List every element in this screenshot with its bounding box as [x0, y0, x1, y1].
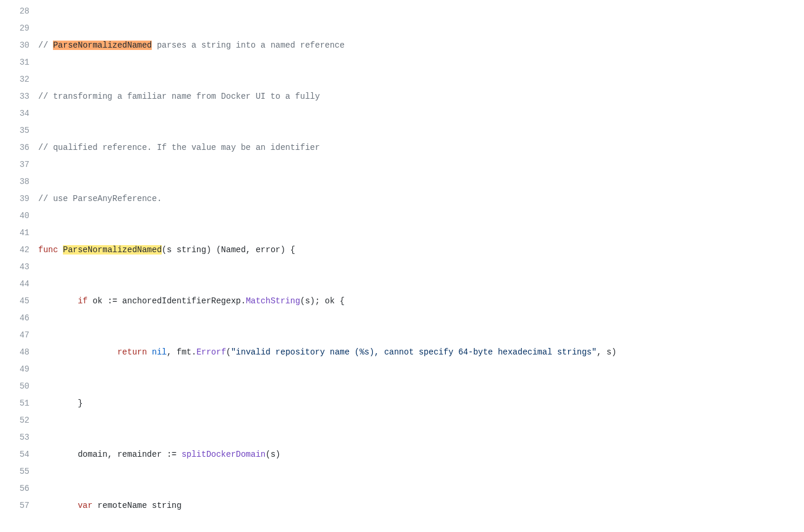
code-line: if ok := anchoredIdentifierRegexp.MatchS…: [38, 293, 804, 310]
comment-text: // transforming a familiar name from Doc…: [38, 92, 320, 101]
indent: [38, 347, 117, 357]
keyword: return: [117, 347, 146, 357]
line-number[interactable]: 46: [0, 310, 29, 327]
space: [58, 245, 63, 255]
code-line: domain, remainder := splitDockerDomain(s…: [38, 446, 804, 463]
code-text: (s): [265, 450, 280, 459]
highlight-yellow-funcname: ParseNormalizedNamed: [63, 245, 162, 255]
function-call: Errorf: [196, 347, 226, 357]
line-number[interactable]: 45: [0, 293, 29, 310]
code-line: // ParseNormalizedNamed parses a string …: [38, 37, 804, 54]
code-text: (s); ok {: [300, 296, 345, 306]
code-line: // use ParseAnyReference.: [38, 190, 804, 208]
line-number[interactable]: 54: [0, 446, 29, 463]
code-text: }: [78, 399, 82, 408]
function-call: MatchString: [246, 296, 300, 306]
code-text: (s string) (Named, error) {: [162, 245, 295, 255]
indent: [38, 399, 78, 408]
line-gutter: 28 29 30 31 32 33 34 35 36 37 38 39 40 4…: [0, 3, 38, 532]
line-number[interactable]: 57: [0, 497, 29, 514]
line-number[interactable]: 29: [0, 20, 29, 37]
code-text: ok := anchoredIdentifierRegexp.: [88, 296, 246, 306]
line-number[interactable]: 49: [0, 361, 29, 378]
line-number[interactable]: 55: [0, 463, 29, 480]
line-number[interactable]: 50: [0, 378, 29, 395]
nil-literal: nil: [152, 347, 166, 357]
line-number[interactable]: 33: [0, 88, 29, 105]
keyword: func: [38, 245, 58, 255]
comment-text: //: [38, 41, 53, 50]
code-text: remoteName string: [92, 501, 181, 510]
line-number[interactable]: 48: [0, 344, 29, 361]
keyword: var: [78, 501, 92, 510]
comment-text: // use ParseAnyReference.: [38, 194, 162, 203]
line-number[interactable]: 42: [0, 242, 29, 259]
code-text: , s): [596, 347, 616, 357]
line-number[interactable]: 35: [0, 122, 29, 139]
code-line: var remoteName string: [38, 497, 804, 514]
line-number[interactable]: 40: [0, 208, 29, 225]
line-number[interactable]: 56: [0, 480, 29, 497]
code-container: 28 29 30 31 32 33 34 35 36 37 38 39 40 4…: [0, 0, 804, 532]
indent: [38, 501, 78, 510]
line-number[interactable]: 34: [0, 105, 29, 122]
indent: [38, 296, 78, 306]
line-number[interactable]: 43: [0, 259, 29, 276]
highlight-orange: ParseNormalizedNamed: [53, 41, 152, 50]
code-area[interactable]: // ParseNormalizedNamed parses a string …: [38, 3, 804, 532]
line-number[interactable]: 37: [0, 156, 29, 173]
line-number[interactable]: 32: [0, 71, 29, 88]
keyword: if: [78, 296, 88, 306]
code-line: // qualified reference. If the value may…: [38, 139, 804, 156]
code-text: domain, remainder :=: [78, 450, 181, 459]
line-number[interactable]: 52: [0, 412, 29, 429]
code-text: , fmt.: [166, 347, 196, 357]
code-line: func ParseNormalizedNamed(s string) (Nam…: [38, 242, 804, 259]
function-call: splitDockerDomain: [182, 450, 266, 459]
code-line: // transforming a familiar name from Doc…: [38, 88, 804, 105]
line-number[interactable]: 41: [0, 225, 29, 242]
line-number[interactable]: 51: [0, 395, 29, 412]
comment-text: parses a string into a named reference: [152, 41, 345, 50]
space: [147, 347, 152, 357]
line-number[interactable]: 47: [0, 327, 29, 344]
line-number[interactable]: 30: [0, 37, 29, 54]
indent: [38, 450, 78, 459]
code-line: return nil, fmt.Errorf("invalid reposito…: [38, 344, 804, 361]
string-literal: "invalid repository name (%s), cannot sp…: [231, 347, 597, 357]
line-number[interactable]: 39: [0, 190, 29, 208]
line-number[interactable]: 36: [0, 139, 29, 156]
line-number[interactable]: 28: [0, 3, 29, 20]
code-text: (: [226, 347, 231, 357]
line-number[interactable]: 44: [0, 276, 29, 293]
comment-text: // qualified reference. If the value may…: [38, 143, 320, 152]
line-number[interactable]: 38: [0, 173, 29, 190]
line-number[interactable]: 31: [0, 54, 29, 71]
line-number[interactable]: 53: [0, 429, 29, 446]
code-line: }: [38, 395, 804, 412]
